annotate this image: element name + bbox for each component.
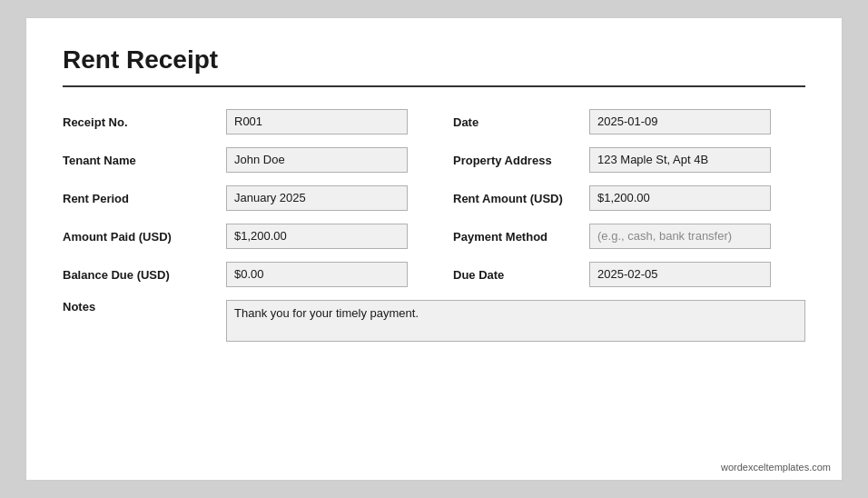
tenant-name-value: John Doe	[226, 147, 408, 173]
divider	[63, 85, 805, 87]
amount-paid-value: $1,200.00	[226, 224, 408, 249]
date-value: 2025-01-09	[589, 109, 771, 134]
notes-label: Notes	[63, 300, 226, 314]
date-label: Date	[426, 115, 589, 129]
balance-due-value: $0.00	[226, 262, 408, 287]
tenant-name-label: Tenant Name	[63, 154, 226, 167]
balance-due-label: Balance Due (USD)	[63, 268, 226, 282]
rent-period-value: January 2025	[226, 185, 408, 211]
rent-period-label: Rent Period	[63, 192, 226, 205]
property-address-label: Property Address	[426, 154, 589, 167]
notes-row: Notes Thank you for your timely payment.	[63, 300, 805, 342]
form-grid: Receipt No. R001 Date 2025-01-09 Tenant …	[63, 109, 805, 287]
due-date-label: Due Date	[426, 268, 589, 282]
property-address-value: 123 Maple St, Apt 4B	[589, 147, 771, 173]
due-date-value: 2025-02-05	[589, 262, 771, 287]
rent-amount-label: Rent Amount (USD)	[426, 192, 589, 205]
payment-method-label: Payment Method	[426, 230, 589, 244]
receipt-no-label: Receipt No.	[63, 115, 226, 129]
page-title: Rent Receipt	[63, 45, 805, 75]
rent-amount-value: $1,200.00	[589, 185, 771, 211]
notes-value: Thank you for your timely payment.	[226, 300, 805, 342]
receipt-container: Rent Receipt Receipt No. R001 Date 2025-…	[25, 17, 843, 481]
watermark: wordexceltemplates.com	[721, 462, 831, 473]
payment-method-value: (e.g., cash, bank transfer)	[589, 224, 771, 249]
amount-paid-label: Amount Paid (USD)	[63, 230, 226, 244]
receipt-no-value: R001	[226, 109, 408, 134]
